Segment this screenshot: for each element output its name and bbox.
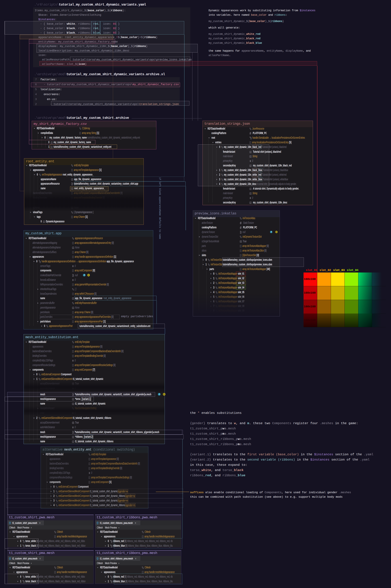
svg-text:abc: abc xyxy=(73,403,74,404)
svg-text:abc: abc xyxy=(73,298,74,299)
svg-text:abc: abc xyxy=(73,307,74,308)
svg-text:abc: abc xyxy=(250,193,251,194)
svg-text:abc: abc xyxy=(73,441,74,442)
svg-text:abc: abc xyxy=(72,179,73,180)
svg-text:abc: abc xyxy=(43,221,44,222)
svg-text:abc: abc xyxy=(250,202,251,203)
svg-text:abc: abc xyxy=(73,247,74,248)
svg-text:abc: abc xyxy=(250,188,251,189)
